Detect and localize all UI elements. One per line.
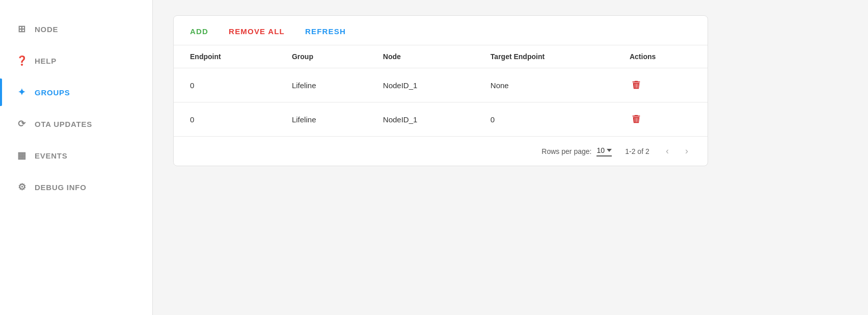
groups-icon: ✦ — [16, 87, 28, 98]
rows-per-page-select[interactable]: 10 — [596, 146, 612, 156]
col-header-node: Node — [367, 45, 474, 68]
cell-endpoint: 0 — [174, 102, 276, 137]
events-icon: ▦ — [16, 150, 28, 161]
pagination: Rows per page: 10 1-2 of 2 ‹ › — [174, 136, 708, 166]
groups-table: Endpoint Group Node Target Endpoint Acti… — [174, 45, 708, 136]
sidebar-item-label: EVENTS — [35, 151, 68, 160]
cell-endpoint: 0 — [174, 68, 276, 102]
trash-icon — [631, 80, 642, 91]
sidebar-item-label: NODE — [35, 25, 58, 34]
cell-group: Lifeline — [276, 102, 367, 137]
remove-all-button[interactable]: REMOVE ALL — [229, 27, 285, 36]
main-content: ADD REMOVE ALL REFRESH Endpoint Group No… — [153, 0, 868, 315]
prev-page-button[interactable]: ‹ — [663, 144, 672, 159]
cell-node: NodeID_1 — [367, 102, 474, 137]
cell-group: Lifeline — [276, 68, 367, 102]
next-page-button[interactable]: › — [682, 144, 691, 159]
col-header-target-endpoint: Target Endpoint — [474, 45, 613, 68]
sidebar-item-label: HELP — [35, 57, 57, 65]
delete-button[interactable] — [630, 78, 643, 92]
cell-node: NodeID_1 — [367, 68, 474, 102]
sidebar: ⊞ NODE ❓ HELP ✦ GROUPS ⟳ OTA UPDATES ▦ E… — [0, 0, 153, 315]
cell-target-endpoint: None — [474, 68, 613, 102]
sidebar-item-help[interactable]: ❓ HELP — [0, 47, 152, 74]
col-header-group: Group — [276, 45, 367, 68]
sidebar-item-label: GROUPS — [35, 88, 70, 97]
table-row: 0 Lifeline NodeID_1 None — [174, 68, 708, 102]
rows-per-page-label: Rows per page: — [541, 147, 591, 155]
node-icon: ⊞ — [16, 23, 28, 35]
cell-actions — [613, 68, 708, 102]
sidebar-item-node[interactable]: ⊞ NODE — [0, 15, 152, 43]
chevron-down-icon — [607, 149, 612, 152]
table-container: ADD REMOVE ALL REFRESH Endpoint Group No… — [173, 15, 708, 166]
sidebar-item-debug-info[interactable]: ⚙ DEBUG INFO — [0, 173, 152, 201]
delete-button[interactable] — [630, 113, 643, 126]
table-row: 0 Lifeline NodeID_1 0 — [174, 102, 708, 137]
col-header-endpoint: Endpoint — [174, 45, 276, 68]
sidebar-item-events[interactable]: ▦ EVENTS — [0, 142, 152, 169]
sidebar-item-label: DEBUG INFO — [35, 183, 87, 192]
refresh-button[interactable]: REFRESH — [305, 27, 346, 36]
rows-per-page-value: 10 — [596, 146, 605, 154]
page-info: 1-2 of 2 — [622, 147, 653, 155]
table-header-row: Endpoint Group Node Target Endpoint Acti… — [174, 45, 708, 68]
debug-info-icon: ⚙ — [16, 181, 28, 193]
sidebar-item-label: OTA UPDATES — [35, 120, 92, 128]
toolbar: ADD REMOVE ALL REFRESH — [174, 16, 708, 45]
ota-updates-icon: ⟳ — [16, 118, 28, 129]
sidebar-item-ota-updates[interactable]: ⟳ OTA UPDATES — [0, 110, 152, 138]
help-icon: ❓ — [16, 55, 28, 66]
cell-target-endpoint: 0 — [474, 102, 613, 137]
sidebar-item-groups[interactable]: ✦ GROUPS — [0, 78, 152, 106]
trash-icon — [631, 114, 642, 125]
add-button[interactable]: ADD — [190, 27, 208, 36]
col-header-actions: Actions — [613, 45, 708, 68]
cell-actions — [613, 102, 708, 137]
rows-per-page-control: Rows per page: 10 — [541, 146, 612, 156]
